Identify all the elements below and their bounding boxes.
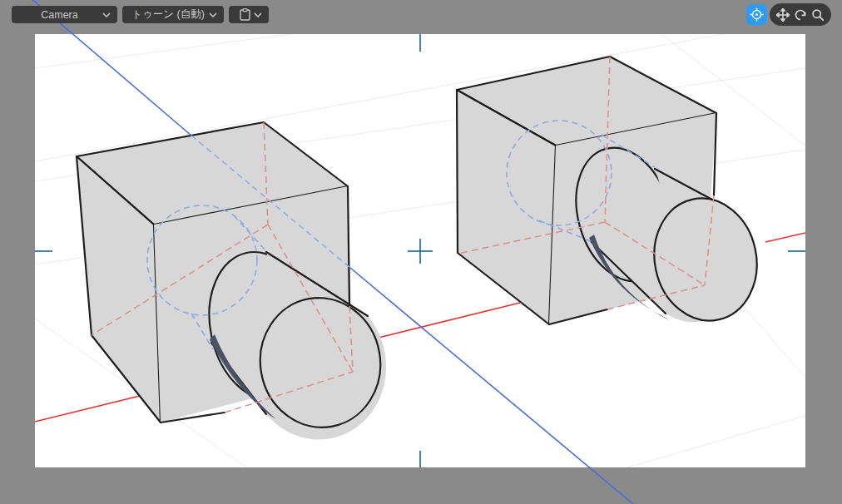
chevron-down-icon bbox=[209, 12, 217, 17]
chevron-down-icon bbox=[102, 12, 111, 17]
clipboard-icon bbox=[240, 8, 250, 21]
orbit-button[interactable] bbox=[793, 7, 808, 22]
app-window: Camera トゥーン (自動) bbox=[0, 0, 842, 504]
camera-dropdown[interactable]: Camera bbox=[12, 6, 117, 23]
pan-button[interactable] bbox=[775, 7, 790, 22]
shading-dropdown-label: トゥーン (自動) bbox=[126, 7, 220, 22]
viewport-canvas[interactable] bbox=[0, 0, 842, 504]
move-arrows-icon bbox=[776, 8, 790, 22]
orbit-refresh-icon bbox=[794, 8, 807, 22]
magnifier-icon bbox=[811, 8, 825, 22]
zoom-button[interactable] bbox=[810, 7, 825, 22]
camera-dropdown-label: Camera bbox=[36, 9, 92, 21]
focus-target-button[interactable] bbox=[746, 4, 767, 25]
shading-dropdown[interactable]: トゥーン (自動) bbox=[122, 6, 224, 23]
chevron-down-icon bbox=[254, 12, 262, 17]
focus-target-icon bbox=[750, 7, 764, 22]
clipboard-dropdown[interactable] bbox=[229, 6, 269, 23]
viewport-nav-toolbar bbox=[770, 3, 831, 26]
